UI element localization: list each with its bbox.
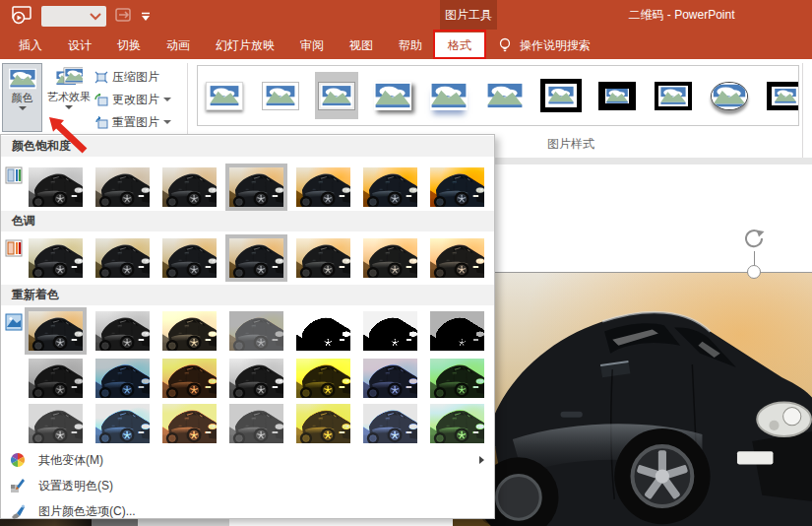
change-picture-dropdown-icon xyxy=(163,98,171,101)
menu-item-more-variations[interactable]: 其他变体(M) xyxy=(2,448,494,472)
recolor-gallery-row1 xyxy=(29,311,484,351)
color-button-icon xyxy=(9,68,36,90)
title-bar: 图片工具 二维码 - PowerPoint xyxy=(0,0,812,33)
car-image[interactable] xyxy=(453,273,812,526)
rotation-handle[interactable] xyxy=(747,265,761,279)
artistic-effects-label: 艺术效果 xyxy=(47,90,91,104)
recolor-dark-orange[interactable] xyxy=(162,359,217,398)
saturation-400[interactable] xyxy=(430,167,484,207)
tone-section-title: 色调 xyxy=(12,213,35,230)
compress-picture-button[interactable]: 压缩图片 xyxy=(94,67,159,87)
tone-5900k[interactable] xyxy=(162,238,217,278)
style-simple-frame-white[interactable] xyxy=(203,72,246,119)
style-oval-shadow[interactable] xyxy=(708,72,751,119)
customize-qat-chevron-icon[interactable] xyxy=(140,8,152,26)
repeat-icon xyxy=(114,7,132,27)
rotation-handle-stem xyxy=(754,251,755,266)
tab-review[interactable]: 审阅 xyxy=(287,33,337,59)
recolor-light-blue[interactable] xyxy=(95,404,150,443)
reset-picture-dropdown-icon xyxy=(163,120,171,124)
recolor-light-gray[interactable] xyxy=(29,404,83,443)
recolor-light-yellow[interactable] xyxy=(296,404,350,443)
recolor-gray[interactable] xyxy=(229,359,283,398)
tone-4700k[interactable] xyxy=(29,238,83,278)
rotate-cursor-icon xyxy=(743,228,767,251)
tab-design[interactable]: 设计 xyxy=(55,33,104,59)
tone-11200k[interactable] xyxy=(430,238,484,278)
color-button[interactable]: 颜色 xyxy=(2,63,42,132)
style-plain-frame[interactable] xyxy=(259,72,302,119)
tone-7200k[interactable] xyxy=(296,238,350,278)
qat-dropdown-box[interactable] xyxy=(41,6,106,27)
recolor-section-header: 重新着色 xyxy=(1,285,494,305)
window-title: 二维码 - PowerPoint xyxy=(551,0,812,30)
recolor-sepia[interactable] xyxy=(162,311,217,351)
recolor-dark-gray[interactable] xyxy=(29,359,83,398)
recolor-dark-indigo[interactable] xyxy=(363,359,417,398)
tone-8800k[interactable] xyxy=(363,238,417,278)
transparent-color-icon xyxy=(10,478,27,494)
contextual-tool-header: 图片工具 xyxy=(440,0,497,30)
more-variations-label: 其他变体(M) xyxy=(38,452,103,469)
recolor-black-white-50[interactable] xyxy=(363,311,417,351)
menu-item-set-transparent-color[interactable]: 设置透明色(S) xyxy=(2,474,494,497)
picture-styles-group-label: 图片样式 xyxy=(547,136,594,153)
recolor-dark-green[interactable] xyxy=(430,359,484,398)
start-slideshow-icon[interactable] xyxy=(10,5,33,29)
recolor-section-title: 重新着色 xyxy=(12,287,59,303)
tone-section-header: 色调 xyxy=(1,211,494,231)
style-reflected[interactable] xyxy=(427,72,470,119)
style-soft-edge[interactable] xyxy=(483,72,527,119)
style-drop-shadow[interactable] xyxy=(371,72,414,119)
recolor-light-orange[interactable] xyxy=(162,404,217,443)
ribbon-bottom-strip xyxy=(495,158,812,164)
recolor-dark-yellow[interactable] xyxy=(296,359,350,398)
recolor-washout[interactable] xyxy=(229,311,283,351)
tell-me-search[interactable]: 操作说明搜索 xyxy=(484,33,591,59)
recolor-section-icon xyxy=(5,313,23,331)
recolor-pale-gray[interactable] xyxy=(229,404,283,443)
reset-picture-button[interactable]: 重置图片 xyxy=(94,112,171,132)
change-picture-button[interactable]: 更改图片 xyxy=(94,90,171,109)
menu-item-picture-color-options[interactable]: 图片颜色选项(C)... xyxy=(2,499,494,523)
recolor-black-white-75[interactable] xyxy=(430,311,484,351)
tab-transitions[interactable]: 切换 xyxy=(104,33,154,59)
tab-slideshow[interactable]: 幻灯片放映 xyxy=(203,33,287,59)
recolor-light-indigo[interactable] xyxy=(363,404,417,443)
saturation-section-title: 颜色饱和度 xyxy=(12,138,71,155)
quick-access-toolbar xyxy=(10,0,152,33)
saturation-150[interactable] xyxy=(296,167,350,207)
recolor-light-green[interactable] xyxy=(430,404,484,443)
saturation-200[interactable] xyxy=(363,167,417,207)
saturation-100[interactable] xyxy=(229,167,283,207)
tone-gallery xyxy=(29,238,484,278)
style-beveled-matte-white[interactable] xyxy=(315,72,358,119)
saturation-66[interactable] xyxy=(162,167,217,207)
compress-picture-label: 压缩图片 xyxy=(112,69,159,86)
recolor-grayscale[interactable] xyxy=(95,311,150,351)
recolor-dark-blue[interactable] xyxy=(95,359,150,398)
saturation-0[interactable] xyxy=(29,167,83,207)
set-transparent-label: 设置透明色(S) xyxy=(38,478,113,494)
style-compound-frame-black[interactable] xyxy=(764,72,799,119)
style-thick-frame-black[interactable] xyxy=(595,72,639,119)
tab-insert[interactable]: 插入 xyxy=(6,33,55,59)
recolor-gallery-row2 xyxy=(29,359,484,398)
picture-styles-gallery xyxy=(197,65,799,126)
saturation-gallery xyxy=(29,167,484,207)
tab-format-active[interactable]: 格式 xyxy=(435,33,484,59)
style-double-frame-black[interactable] xyxy=(539,72,583,119)
tone-6500k[interactable] xyxy=(229,238,283,278)
artistic-effects-icon xyxy=(55,67,83,89)
recolor-original[interactable] xyxy=(29,311,83,351)
style-framed-black[interactable] xyxy=(652,72,695,119)
saturation-33[interactable] xyxy=(95,167,150,207)
artistic-effects-dropdown-arrow-icon xyxy=(65,105,73,109)
tab-view[interactable]: 视图 xyxy=(337,33,386,59)
lightbulb-icon xyxy=(498,37,512,55)
tab-help[interactable]: 帮助 xyxy=(386,33,435,59)
recolor-black-white-25[interactable] xyxy=(296,311,350,351)
tone-5300k[interactable] xyxy=(95,238,150,278)
tab-animations[interactable]: 动画 xyxy=(154,33,203,59)
artistic-effects-button[interactable]: 艺术效果 xyxy=(44,63,94,132)
